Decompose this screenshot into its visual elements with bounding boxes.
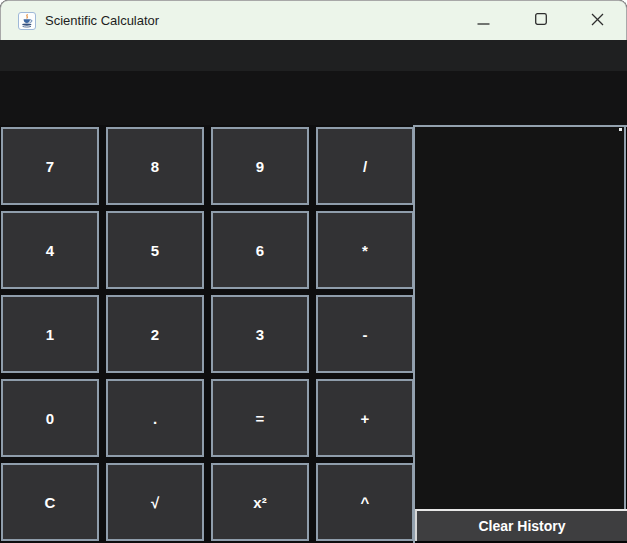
key-multiply[interactable]: * (316, 211, 414, 289)
display-field[interactable] (0, 40, 627, 71)
history-panel: Clear History (413, 125, 627, 543)
clear-history-button[interactable]: Clear History (415, 509, 627, 541)
key-0[interactable]: 0 (1, 379, 99, 457)
key-sqrt[interactable]: √ (106, 463, 204, 541)
minimize-button[interactable] (455, 1, 512, 40)
key-1[interactable]: 1 (1, 295, 99, 373)
key-5[interactable]: 5 (106, 211, 204, 289)
main-area: 7 8 9 / 4 5 6 * 1 2 3 - 0 . = + C √ x² ^ (0, 125, 627, 543)
key-6[interactable]: 6 (211, 211, 309, 289)
history-scroll-corner (619, 128, 622, 131)
key-7[interactable]: 7 (1, 127, 99, 205)
key-add[interactable]: + (316, 379, 414, 457)
key-equals[interactable]: = (211, 379, 309, 457)
key-clear[interactable]: C (1, 463, 99, 541)
key-decimal[interactable]: . (106, 379, 204, 457)
keypad: 7 8 9 / 4 5 6 * 1 2 3 - 0 . = + C √ x² ^ (0, 125, 413, 543)
window-controls (455, 1, 626, 40)
key-4[interactable]: 4 (1, 211, 99, 289)
minimize-icon (477, 13, 490, 28)
key-subtract[interactable]: - (316, 295, 414, 373)
key-2[interactable]: 2 (106, 295, 204, 373)
key-8[interactable]: 8 (106, 127, 204, 205)
key-power[interactable]: ^ (316, 463, 414, 541)
titlebar: Scientific Calculator (0, 0, 627, 40)
window-title: Scientific Calculator (45, 13, 159, 28)
java-coffee-cup-icon (18, 12, 36, 30)
key-divide[interactable]: / (316, 127, 414, 205)
key-9[interactable]: 9 (211, 127, 309, 205)
key-square[interactable]: x² (211, 463, 309, 541)
calculator-window: Scientific Calculator 7 (0, 0, 627, 543)
display-expression-panel (0, 71, 627, 125)
history-list[interactable] (415, 127, 626, 509)
maximize-icon (535, 13, 547, 28)
close-icon (591, 13, 604, 29)
maximize-button[interactable] (512, 1, 569, 40)
key-3[interactable]: 3 (211, 295, 309, 373)
close-button[interactable] (569, 1, 626, 40)
